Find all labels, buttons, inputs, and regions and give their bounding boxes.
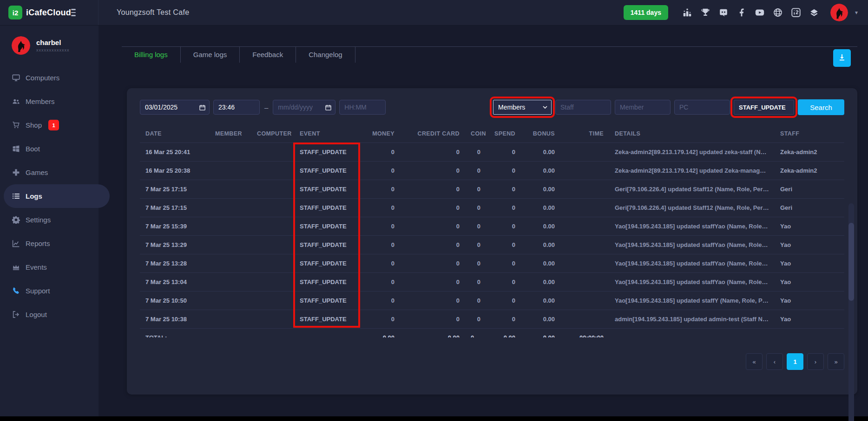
- tab-changelog[interactable]: Changelog: [296, 47, 355, 63]
- icafe-badge-icon[interactable]: [790, 7, 802, 18]
- cell-spend: 0.00: [486, 328, 521, 337]
- prev-page-button[interactable]: ‹: [766, 353, 783, 370]
- time-from-input[interactable]: [213, 100, 260, 115]
- cell-computer: [251, 180, 294, 198]
- sidebar-item-logout[interactable]: Logout: [0, 303, 99, 326]
- sidebar-nav: ComputersMembersShop1BootGamesLogsSettin…: [0, 66, 99, 326]
- log-tabs: Billing logsGame logsFeedbackChangelog: [122, 46, 857, 67]
- cell-date: 7 Mar 25 17:15: [140, 180, 210, 198]
- brand-name[interactable]: iCafeCloud: [26, 8, 71, 18]
- table-scrollbar-track[interactable]: [848, 203, 854, 421]
- cell-date: 7 Mar 25 13:04: [140, 272, 210, 291]
- first-page-button[interactable]: «: [746, 353, 763, 370]
- sidebar-item-logs[interactable]: Logs: [4, 184, 110, 208]
- cell-event: STAFF_UPDATE: [294, 142, 360, 161]
- download-icon: [838, 53, 846, 63]
- page-1-button[interactable]: 1: [787, 353, 803, 370]
- member-filter-input[interactable]: [615, 100, 671, 115]
- trophy-icon[interactable]: [700, 7, 711, 18]
- cell-date: 7 Mar 25 17:15: [140, 198, 210, 217]
- event-filter-input[interactable]: [734, 100, 794, 115]
- date-to-input[interactable]: [273, 100, 335, 115]
- topbar: i2 iCafeCloud Youngzsoft Test Cafe 1411 …: [0, 0, 868, 26]
- last-page-button[interactable]: »: [828, 353, 844, 370]
- cell-money: 0: [360, 180, 400, 198]
- globe-icon[interactable]: [772, 7, 783, 18]
- export-download-button[interactable]: [833, 49, 851, 67]
- cell-time: [560, 217, 609, 235]
- sidebar-toggle-hamburger-icon[interactable]: [71, 7, 76, 18]
- cell-details: admin[194.195.243.185] updated admin-tes…: [609, 310, 775, 328]
- cell-date: 7 Mar 25 13:29: [140, 235, 210, 254]
- sidebar-item-settings[interactable]: Settings: [0, 208, 99, 232]
- sidebar-item-support[interactable]: Support: [0, 279, 99, 303]
- cell-computer: [251, 217, 294, 235]
- pc-filter-input[interactable]: [674, 100, 730, 115]
- logout-icon: [12, 311, 20, 319]
- log-row: 16 Mar 25 20:38STAFF_UPDATE00000.00Zeka-…: [140, 161, 844, 180]
- range-dash: –: [263, 104, 269, 111]
- cell-details: Geri[79.106.226.4] updated Staff12 (Name…: [609, 198, 775, 217]
- topbar-right: 1411 days ▾: [624, 4, 858, 21]
- cell-computer: [251, 272, 294, 291]
- cell-bonus: 0.00: [521, 310, 560, 328]
- icafecloud-logo-icon[interactable]: i2: [8, 6, 22, 19]
- cell-date: 16 Mar 25 20:38: [140, 161, 210, 180]
- sidebar-item-members[interactable]: Members: [0, 90, 99, 113]
- sidebar-user-avatar[interactable]: [12, 36, 30, 55]
- log-row: 7 Mar 25 13:04STAFF_UPDATE00000.00Yao[19…: [140, 272, 844, 291]
- monitor-icon: [12, 74, 20, 82]
- cell-coin: 0: [465, 142, 486, 161]
- account-menu-chevron-down-icon[interactable]: ▾: [855, 9, 858, 16]
- cell-coin: 0.00: [465, 328, 486, 337]
- leaderboard-icon[interactable]: [682, 7, 693, 18]
- log-type-select[interactable]: Members: [493, 100, 552, 115]
- sidebar-item-shop[interactable]: Shop1: [0, 113, 99, 137]
- icafecloud-app: i2 iCafeCloud Youngzsoft Test Cafe 1411 …: [0, 0, 868, 421]
- user-avatar[interactable]: [830, 4, 848, 21]
- cell-member: [210, 142, 251, 161]
- column-header-date: DATE: [140, 125, 210, 142]
- cell-credit_card: 0: [400, 291, 465, 310]
- log-row: 7 Mar 25 17:15STAFF_UPDATE00000.00Geri[7…: [140, 198, 844, 217]
- staff-filter-input[interactable]: [555, 100, 611, 115]
- cell-money: 0: [360, 291, 400, 310]
- column-header-staff: STAFF: [775, 125, 844, 142]
- sidebar-item-boot[interactable]: Boot: [0, 137, 99, 161]
- search-button[interactable]: Search: [798, 99, 844, 115]
- sidebar: charbel xxxxxxxxxxxxx ComputersMembersSh…: [0, 26, 99, 416]
- next-page-button[interactable]: ›: [807, 353, 824, 370]
- sidebar-item-label: Boot: [26, 145, 40, 153]
- discord-icon[interactable]: [718, 7, 729, 18]
- cell-bonus: 0.00: [521, 235, 560, 254]
- cell-money: 0: [360, 198, 400, 217]
- phone-icon: [12, 287, 20, 295]
- cell-spend: 0: [486, 272, 521, 291]
- tab-feedback[interactable]: Feedback: [240, 47, 296, 63]
- tab-billing-logs[interactable]: Billing logs: [122, 47, 181, 63]
- subscription-days-badge[interactable]: 1411 days: [624, 5, 668, 20]
- cell-money: 0: [360, 235, 400, 254]
- sidebar-item-label: Reports: [26, 240, 50, 247]
- cell-coin: 0: [465, 217, 486, 235]
- cell-credit_card: 0: [400, 198, 465, 217]
- tab-game-logs[interactable]: Game logs: [181, 47, 240, 63]
- date-from-input[interactable]: [140, 100, 210, 115]
- layers-icon[interactable]: [809, 7, 820, 18]
- time-to-input[interactable]: [339, 100, 386, 115]
- gamepad-icon: [12, 168, 20, 177]
- cell-staff: Yao: [775, 235, 844, 254]
- cell-event: STAFF_UPDATE: [294, 198, 360, 217]
- sidebar-item-events[interactable]: Events: [0, 255, 99, 279]
- cell-event: STAFF_UPDATE: [294, 180, 360, 198]
- masked-credential: xxxxxxxxxxxxx: [36, 48, 70, 52]
- sidebar-item-games[interactable]: Games: [0, 161, 99, 184]
- cell-credit_card: 0: [400, 142, 465, 161]
- facebook-icon[interactable]: [736, 7, 747, 18]
- sidebar-item-computers[interactable]: Computers: [0, 66, 99, 90]
- sidebar-item-label: Games: [26, 168, 48, 176]
- sidebar-item-reports[interactable]: Reports: [0, 232, 99, 255]
- table-scrollbar-thumb[interactable]: [848, 223, 854, 301]
- youtube-icon[interactable]: [754, 7, 765, 18]
- brand-block: i2 iCafeCloud: [0, 0, 99, 25]
